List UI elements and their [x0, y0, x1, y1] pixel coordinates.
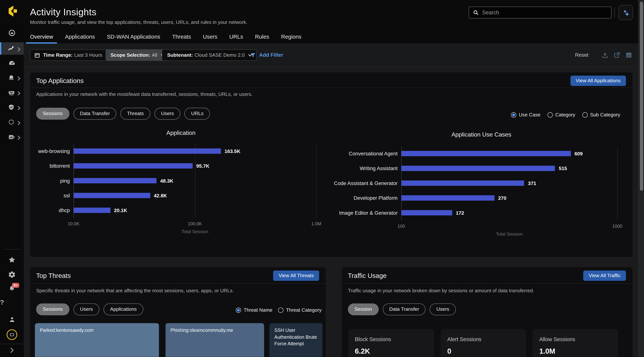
sidebar-item-reports[interactable] — [0, 131, 24, 143]
sidebar-item-command-center[interactable] — [0, 27, 24, 39]
alarm-bell-icon — [8, 74, 15, 81]
tab-applications[interactable]: Applications — [61, 33, 99, 44]
chip-sessions[interactable]: Sessions — [36, 303, 69, 315]
tab-bar: Overview Applications SD-WAN Application… — [26, 33, 306, 44]
value-label: 515 — [559, 161, 567, 176]
radio-sub-category[interactable]: Sub Category — [582, 112, 620, 118]
tab-rules[interactable]: Rules — [251, 33, 273, 44]
radio-icon — [511, 112, 516, 118]
ai-copilot-button[interactable] — [618, 5, 633, 20]
sidebar-item-activity-insights[interactable] — [0, 42, 24, 55]
page-title: Activity Insights — [30, 7, 96, 18]
search-input[interactable] — [482, 10, 608, 16]
chip-data-transfer[interactable]: Data Transfer — [383, 303, 426, 315]
app-window: 9+ ? CI Activity Insights Monitor traffi… — [0, 0, 644, 357]
gear-icon — [8, 271, 16, 278]
sidebar-collapse-toggle[interactable] — [0, 345, 24, 355]
tab-threats[interactable]: Threats — [168, 33, 195, 44]
radio-category[interactable]: Category — [548, 112, 575, 118]
chevron-right-icon — [17, 75, 21, 80]
chevron-right-icon — [17, 120, 21, 124]
treemap-card[interactable]: SSH User Authentication Brute Force Atte… — [270, 323, 322, 357]
sidebar-item-help[interactable]: ? — [0, 299, 24, 310]
value-label: 95.7K — [196, 159, 210, 173]
tab-users[interactable]: Users — [199, 33, 222, 44]
avatar[interactable]: CI — [6, 329, 17, 340]
chip-urls[interactable]: URLs — [185, 108, 210, 120]
radio-threat-name[interactable]: Threat Name — [236, 307, 272, 313]
chevron-right-icon — [17, 105, 21, 110]
gauge-icon — [8, 59, 16, 67]
radio-icon — [236, 307, 241, 313]
reset-button[interactable]: Reset — [575, 52, 588, 58]
search-box[interactable] — [469, 7, 612, 19]
bar-row: web-browsing163.5K — [36, 144, 326, 159]
radio-use-case[interactable]: Use Case — [511, 112, 540, 118]
view-all-applications-button[interactable]: View All Applications — [570, 76, 626, 86]
top-threats-panel: Top Threats View All Threats Specific th… — [30, 267, 326, 357]
tab-urls[interactable]: URLs — [225, 33, 247, 44]
treemap-card[interactable]: Parked:kentonsawdy.com — [35, 323, 159, 357]
tab-regions[interactable]: Regions — [277, 33, 306, 44]
metric-chip-group: Sessions Data Transfer Threats Users URL… — [36, 108, 210, 120]
chip-session[interactable]: Session — [348, 303, 379, 315]
sidebar-item-favorites[interactable] — [0, 254, 24, 266]
sidebar-item-workflows[interactable] — [0, 116, 24, 128]
bar — [401, 166, 555, 171]
category-label: ping — [36, 173, 70, 188]
sidebar-item-alarms[interactable] — [0, 72, 24, 84]
treemap-card[interactable]: Phishing:slearncommnuity.me — [166, 323, 264, 357]
bar-row: ssl42.8K — [36, 188, 326, 203]
shield-check-icon — [8, 104, 15, 111]
sidebar-item-appliances[interactable] — [0, 87, 24, 98]
chip-users[interactable]: Users — [74, 303, 100, 315]
time-range-filter[interactable]: Time Range: Last 3 Hours ✕ — [30, 49, 118, 61]
stat-value: 0 — [447, 347, 451, 355]
tab-overview[interactable]: Overview — [26, 33, 57, 44]
radio-threat-category[interactable]: Threat Category — [278, 307, 322, 313]
stat-card-alert-sessions: Alert Sessions 0 — [441, 329, 526, 357]
bar — [401, 195, 494, 201]
sidebar-item-security-posture[interactable] — [0, 102, 24, 113]
sidebar-item-notifications[interactable]: 9+ — [0, 283, 24, 294]
chip-data-transfer[interactable]: Data Transfer — [74, 108, 116, 120]
category-label: Developer Platform — [324, 191, 398, 206]
sidebar-item-settings[interactable] — [0, 269, 24, 280]
chart-title-application: Application — [36, 129, 326, 136]
sidebar-divider — [3, 249, 21, 250]
share-icon[interactable] — [613, 52, 621, 59]
view-all-threats-button[interactable]: View All Threats — [273, 270, 319, 281]
filter-label: Subtenant: — [167, 52, 193, 58]
add-filter-button[interactable]: Add Filter — [250, 52, 283, 58]
chip-users[interactable]: Users — [430, 303, 456, 315]
report-chart-icon — [8, 133, 15, 140]
bar-row: Conversational Agent609 — [324, 146, 638, 161]
view-all-traffic-button[interactable]: View All Traffic — [584, 270, 626, 281]
radio-icon — [548, 112, 553, 118]
category-label: ssl — [36, 188, 70, 203]
chip-users[interactable]: Users — [154, 108, 180, 120]
bar — [74, 193, 150, 198]
category-label: Conversational Agent — [324, 146, 398, 161]
sidebar-item-dashboards[interactable] — [0, 57, 24, 69]
chip-applications[interactable]: Applications — [104, 303, 143, 315]
calendar-schedule-icon[interactable] — [625, 52, 633, 59]
sidebar-divider — [0, 344, 24, 344]
subtenant-dropdown[interactable]: Subtenant: Cloud SASE Demo 2.0 — [162, 49, 256, 61]
scrollbar-thumb[interactable] — [640, 2, 643, 191]
avatar-initials: CI — [10, 332, 14, 337]
chip-threats[interactable]: Threats — [120, 108, 150, 120]
download-icon[interactable] — [601, 52, 609, 59]
sidebar-item-user[interactable] — [0, 314, 24, 325]
scope-selection-dropdown[interactable]: Scope Selection: All — [106, 49, 169, 61]
scrollbar-track[interactable] — [638, 0, 644, 357]
app-logo[interactable] — [0, 4, 24, 18]
x-tick-label: 1.0M — [311, 221, 321, 226]
chip-sessions[interactable]: Sessions — [36, 108, 69, 120]
value-label: 172 — [456, 206, 464, 220]
tab-sdwan-applications[interactable]: SD-WAN Applications — [103, 33, 164, 44]
bar-row: Writing Assistant515 — [324, 161, 638, 176]
help-icon: ? — [0, 299, 4, 306]
logo-icon — [6, 5, 18, 17]
dotted-circle-icon — [8, 119, 15, 126]
